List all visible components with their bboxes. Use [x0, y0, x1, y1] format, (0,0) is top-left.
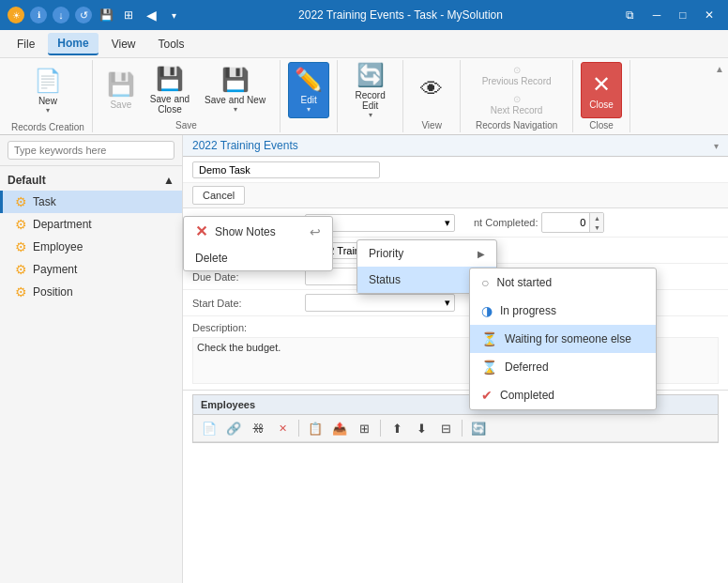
ribbon: 📄 New ▾ Records Creation 💾 Save 💾 Save a… [0, 58, 728, 135]
delete-item[interactable]: Delete [184, 246, 332, 270]
next-record-icon: ⊙ [513, 94, 521, 104]
status-not-started-item[interactable]: ○ Not started [470, 268, 656, 297]
show-notes-item[interactable]: ✕ Show Notes ↩ [184, 217, 332, 246]
form-edit-toolbar: Cancel [183, 183, 728, 208]
menu-file[interactable]: File [8, 34, 44, 54]
start-date-chevron: ▾ [445, 297, 450, 309]
emp-delete-btn[interactable]: ✕ [272, 418, 293, 438]
ribbon-group-close: ✕ Close Close [573, 60, 630, 132]
status-waiting-item[interactable]: ⏳ Waiting for someone else [470, 325, 656, 353]
status-completed-item[interactable]: ✔ Completed [470, 381, 656, 409]
priority-item[interactable]: Priority ▶ [357, 240, 496, 267]
prev-record-label: Previous Record [482, 76, 552, 86]
save-titlebar-icon[interactable]: 💾 [98, 7, 114, 23]
form-breadcrumb: 2022 Training Events [192, 139, 298, 152]
save-close-icon: 💾 [156, 66, 184, 92]
sidebar-item-payment[interactable]: ⚙ Payment [0, 258, 182, 281]
emp-link-btn[interactable]: 🔗 [223, 418, 244, 438]
waiting-icon: ⏳ [481, 331, 497, 346]
emp-open-btn[interactable]: 📋 [305, 418, 326, 438]
spinner-up-btn[interactable]: ▲ [590, 213, 603, 222]
sidebar-search-input[interactable] [8, 141, 174, 160]
save-button[interactable]: 💾 Save [100, 62, 142, 118]
spinner-down-btn[interactable]: ▼ [590, 222, 603, 232]
payment-gear-icon: ⚙ [15, 262, 27, 277]
ribbon-label-view: View [421, 118, 442, 130]
department-gear-icon: ⚙ [15, 217, 27, 232]
view-button[interactable]: 👁 [411, 62, 452, 118]
save-close-button[interactable]: 💾 Save and Close [144, 62, 196, 118]
sidebar: Default ▲ ⚙ Task ⚙ Department ⚙ Employee… [0, 135, 183, 583]
sidebar-default-label: Default [8, 174, 46, 187]
emp-up-btn[interactable]: ⬆ [387, 418, 407, 438]
task-gear-icon: ⚙ [15, 194, 27, 209]
emp-settings-btn[interactable]: ⊟ [435, 418, 456, 438]
delete-label: Delete [195, 252, 228, 265]
task-name-input[interactable] [192, 161, 380, 178]
completed-icon: ✔ [481, 388, 493, 403]
start-date-input[interactable]: ▾ [305, 294, 455, 312]
emp-unlink-btn[interactable]: ⛓ [248, 418, 268, 438]
menu-home[interactable]: Home [48, 33, 98, 55]
sidebar-item-department[interactable]: ⚙ Department [0, 213, 182, 236]
new-btn-chevron: ▾ [46, 106, 50, 115]
sidebar-employee-label: Employee [33, 240, 83, 253]
edit-label: Edit [301, 95, 317, 105]
download-icon[interactable]: ↓ [53, 7, 69, 23]
next-record-button[interactable]: ⊙ Next Record [476, 91, 558, 118]
ribbon-label-close: Close [589, 118, 614, 130]
save-close-label: Save and Close [150, 94, 190, 115]
ribbon-close-buttons: ✕ Close [581, 62, 622, 118]
collapse-ribbon-btn[interactable]: ▲ [715, 62, 724, 75]
cancel-button[interactable]: Cancel [192, 186, 245, 205]
sun-icon[interactable]: ☀ [8, 7, 24, 23]
maximize-window-btn[interactable]: □ [672, 6, 694, 24]
percent-input[interactable] [542, 215, 589, 230]
menu-tools[interactable]: Tools [148, 34, 193, 54]
close-window-btn[interactable]: ✕ [698, 6, 720, 24]
edit-button[interactable]: ✏️ Edit ▾ [288, 62, 329, 118]
previous-record-button[interactable]: ⊙ Previous Record [476, 62, 558, 89]
save-new-icon: 💾 [221, 67, 250, 93]
sidebar-task-label: Task [33, 195, 56, 208]
edit-chevron: ▾ [307, 105, 311, 114]
status-deferred-item[interactable]: ⌛ Deferred [470, 353, 656, 381]
chevron-down-titlebar-icon[interactable]: ▾ [165, 7, 182, 23]
record-edit-button[interactable]: 🔄 Record Edit ▾ [349, 62, 392, 118]
ribbon-label-save: Save [175, 118, 197, 130]
sidebar-item-position[interactable]: ⚙ Position [0, 281, 182, 303]
restore-window-btn[interactable]: ⧉ [619, 6, 642, 24]
refresh-icon[interactable]: ↺ [75, 7, 92, 23]
emp-down-btn[interactable]: ⬇ [411, 418, 432, 438]
save-new-button[interactable]: 💾 Save and New ▾ [198, 62, 272, 118]
percent-spinner[interactable]: ▲ ▼ [541, 212, 604, 233]
grid-titlebar-icon[interactable]: ⊞ [120, 7, 137, 23]
new-record-button[interactable]: 📄 New ▾ [27, 62, 68, 120]
waiting-label: Waiting for someone else [505, 332, 631, 345]
prev-record-icon: ⊙ [513, 65, 521, 75]
sidebar-item-employee[interactable]: ⚙ Employee [0, 236, 182, 258]
emp-grid-btn[interactable]: ⊞ [354, 418, 374, 438]
back-icon[interactable]: ◀ [143, 7, 159, 23]
emp-separator-2 [380, 420, 381, 437]
info-icon[interactable]: ℹ [30, 7, 47, 23]
employee-gear-icon: ⚙ [15, 239, 27, 254]
sidebar-item-task[interactable]: ⚙ Task [0, 191, 182, 213]
save-new-label: Save and New [205, 95, 265, 105]
close-button[interactable]: ✕ Close [581, 62, 622, 118]
status-in-progress-item[interactable]: ◑ In progress [470, 297, 656, 325]
menu-view[interactable]: View [102, 34, 145, 54]
sidebar-default-header[interactable]: Default ▲ [0, 170, 182, 191]
ribbon-save-buttons: 💾 Save 💾 Save and Close 💾 Save and New ▾ [100, 62, 272, 118]
emp-new-btn[interactable]: 📄 [199, 418, 220, 438]
ribbon-label-records-nav: Records Navigation [476, 118, 557, 130]
emp-export-btn[interactable]: 📤 [329, 418, 350, 438]
show-notes-label: Show Notes [215, 225, 276, 238]
expand-form-icon[interactable]: ▾ [714, 141, 719, 151]
ribbon-edit-buttons: ✏️ Edit ▾ [288, 62, 329, 129]
emp-refresh-btn[interactable]: 🔄 [468, 418, 489, 438]
edit-icon: ✏️ [295, 67, 323, 93]
ribbon-view-buttons: 👁 [411, 62, 452, 118]
employees-toolbar: 📄 🔗 ⛓ ✕ 📋 📤 ⊞ ⬆ ⬇ ⊟ 🔄 [193, 415, 718, 442]
minimize-window-btn[interactable]: ─ [645, 6, 668, 24]
